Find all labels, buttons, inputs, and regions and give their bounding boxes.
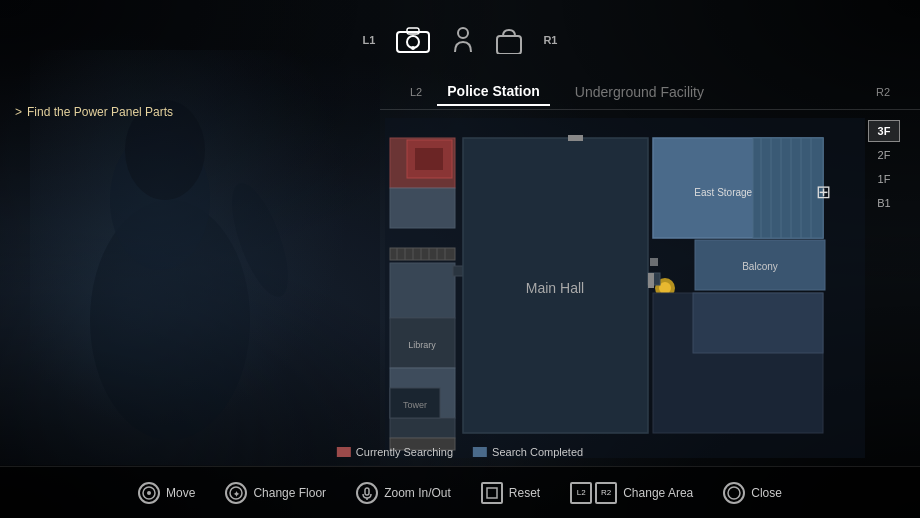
svg-rect-35 bbox=[753, 138, 823, 238]
r2-trigger-label: R2 bbox=[876, 86, 890, 98]
floor-2f[interactable]: 2F bbox=[868, 144, 900, 166]
zoom-icon bbox=[356, 482, 378, 504]
objective-arrow: > bbox=[15, 105, 22, 119]
objective-banner: > Find the Power Panel Parts bbox=[15, 105, 173, 119]
svg-rect-26 bbox=[390, 418, 455, 438]
close-label: Close bbox=[751, 486, 782, 500]
svg-rect-61 bbox=[487, 488, 497, 498]
objective-text: Find the Power Panel Parts bbox=[27, 105, 173, 119]
svg-rect-54 bbox=[415, 148, 443, 170]
action-change-area: L2 R2 Change Area bbox=[570, 482, 693, 504]
close-icon[interactable] bbox=[723, 482, 745, 504]
bag-icon bbox=[495, 26, 523, 54]
stick-icon bbox=[142, 486, 156, 500]
legend-completed-color bbox=[473, 447, 487, 457]
l2-trigger-label: L2 bbox=[410, 86, 422, 98]
dpad-icon: ✦ bbox=[229, 486, 243, 500]
legend-completed: Search Completed bbox=[473, 446, 583, 458]
svg-text:✦: ✦ bbox=[233, 490, 240, 499]
svg-rect-59 bbox=[365, 488, 369, 495]
floor-b1[interactable]: B1 bbox=[868, 192, 900, 214]
person-icon bbox=[451, 26, 475, 54]
mic-icon bbox=[360, 486, 374, 500]
r1-trigger: R1 bbox=[543, 34, 557, 46]
top-hud: L1 R1 bbox=[0, 0, 920, 75]
change-area-label: Change Area bbox=[623, 486, 693, 500]
action-move: Move bbox=[138, 482, 195, 504]
tab-police-station[interactable]: Police Station bbox=[437, 78, 550, 106]
svg-rect-13 bbox=[390, 188, 455, 228]
svg-point-9 bbox=[458, 28, 468, 38]
svg-rect-30 bbox=[453, 266, 463, 276]
camera-icon bbox=[395, 26, 431, 54]
svg-text:Main Hall: Main Hall bbox=[526, 280, 584, 296]
svg-rect-50 bbox=[568, 135, 583, 141]
svg-text:⊞: ⊞ bbox=[816, 182, 831, 202]
legend-searching-label: Currently Searching bbox=[356, 446, 453, 458]
floor-selector[interactable]: 3F 2F 1F B1 bbox=[868, 120, 900, 214]
tab-underground-facility[interactable]: Underground Facility bbox=[565, 79, 714, 105]
l2-icon: L2 bbox=[570, 482, 592, 504]
zoom-label: Zoom In/Out bbox=[384, 486, 451, 500]
svg-text:Library: Library bbox=[408, 340, 436, 350]
change-floor-icon: ✦ bbox=[225, 482, 247, 504]
svg-rect-48 bbox=[693, 293, 823, 353]
map-svg: Library Tower Main Hall East Storage Roo… bbox=[385, 118, 865, 458]
reset-label: Reset bbox=[509, 486, 540, 500]
svg-text:Tower: Tower bbox=[403, 400, 427, 410]
svg-point-62 bbox=[728, 487, 740, 499]
move-label: Move bbox=[166, 486, 195, 500]
svg-rect-10 bbox=[497, 36, 521, 54]
action-reset: Reset bbox=[481, 482, 540, 504]
svg-rect-22 bbox=[390, 263, 455, 318]
action-zoom: Zoom In/Out bbox=[356, 482, 451, 504]
svg-point-56 bbox=[147, 491, 151, 495]
svg-point-46 bbox=[659, 282, 671, 294]
square-icon bbox=[486, 487, 498, 499]
action-change-floor: ✦ Change Floor bbox=[225, 482, 326, 504]
legend-searching-color bbox=[337, 447, 351, 457]
legend-completed-label: Search Completed bbox=[492, 446, 583, 458]
change-area-icons: L2 R2 bbox=[570, 482, 617, 504]
bottom-action-bar: Move ✦ Change Floor Zoom In/Out Reset bbox=[0, 466, 920, 518]
floor-3f[interactable]: 3F bbox=[868, 120, 900, 142]
svg-rect-51 bbox=[648, 273, 654, 288]
legend-searching: Currently Searching bbox=[337, 446, 453, 458]
change-floor-label: Change Floor bbox=[253, 486, 326, 500]
svg-point-8 bbox=[411, 46, 415, 50]
svg-text:Balcony: Balcony bbox=[742, 261, 778, 272]
action-close[interactable]: Close bbox=[723, 482, 782, 504]
svg-rect-52 bbox=[650, 258, 658, 266]
navigation-tabs: L2 Police Station Underground Facility R… bbox=[380, 75, 920, 110]
move-icon bbox=[138, 482, 160, 504]
l1-trigger: L1 bbox=[363, 34, 376, 46]
floor-1f[interactable]: 1F bbox=[868, 168, 900, 190]
map-legend: Currently Searching Search Completed bbox=[337, 446, 583, 458]
r2-icon: R2 bbox=[595, 482, 617, 504]
reset-icon bbox=[481, 482, 503, 504]
circle-icon bbox=[727, 486, 741, 500]
